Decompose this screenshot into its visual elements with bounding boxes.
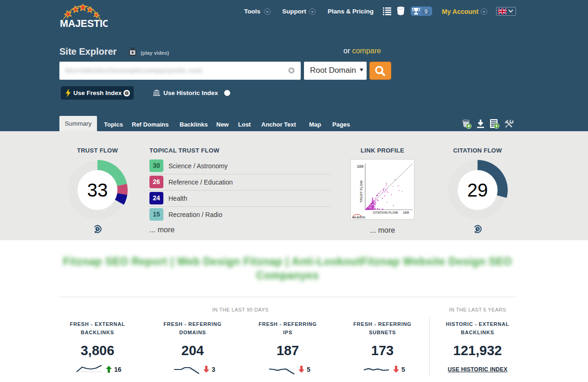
- svg-text:100: 100: [357, 164, 363, 169]
- svg-text:MAJESTIC: MAJESTIC: [352, 216, 365, 219]
- svg-text:100: 100: [403, 210, 409, 215]
- svg-text:33: 33: [87, 180, 108, 200]
- svg-text:29: 29: [467, 180, 488, 200]
- svg-text:MAJESTIC: MAJESTIC: [60, 18, 108, 28]
- svg-text:TRUST FLOW: TRUST FLOW: [359, 180, 363, 203]
- svg-text:CITATION FLOW: CITATION FLOW: [373, 211, 398, 214]
